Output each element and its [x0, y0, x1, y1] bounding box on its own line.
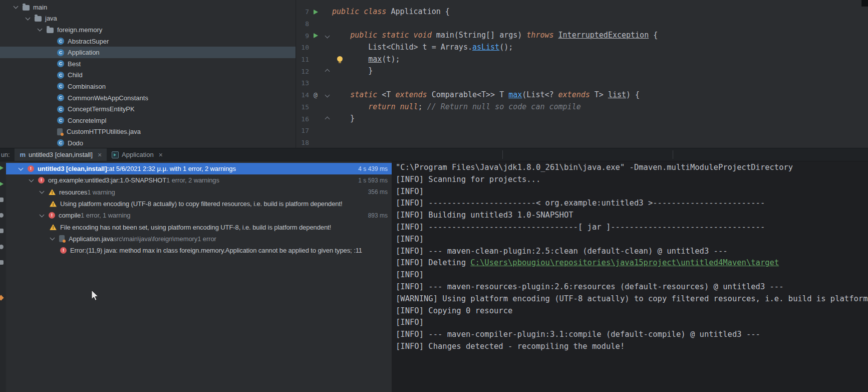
close-tab-icon[interactable]: ×	[159, 151, 163, 159]
console-text: [INFO] Building untitled3 1.0-SNAPSHOT	[396, 211, 573, 220]
code-line: public static void main(String[] args) t…	[330, 30, 658, 42]
run-gutter-icon[interactable]	[314, 33, 318, 38]
quickfix-bulb-icon[interactable]	[337, 56, 343, 63]
tree-item-label: ConceptTermsEntityPK	[68, 105, 135, 113]
close-tab-icon[interactable]: ×	[98, 151, 102, 159]
chevron-down-icon[interactable]	[40, 212, 45, 217]
build-tree-row-4[interactable]: !Using platform encoding (UTF-8 actually…	[6, 198, 392, 210]
layout-icon[interactable]	[0, 260, 4, 265]
code-token: {	[649, 31, 658, 40]
editor-line-11[interactable]: 11 max(t);	[296, 54, 868, 66]
editor-line-10[interactable]: 10 List<Child> t = Arrays.asList();	[296, 42, 868, 54]
run-icon[interactable]	[0, 165, 4, 170]
chevron-down-icon[interactable]	[38, 27, 43, 32]
tree-item-concepttermsentitypk[interactable]: CConceptTermsEntityPK	[0, 103, 296, 115]
build-tree-row-1[interactable]: !untitled3 [clean,install]: at 5/6/2021 …	[6, 163, 392, 174]
code-token: ) {	[626, 90, 640, 99]
editor-line-18[interactable]: 18	[296, 137, 868, 148]
editor-gutter: 10	[296, 42, 330, 54]
tree-item-best[interactable]: CBest	[0, 58, 296, 70]
fold-up-icon[interactable]	[325, 69, 330, 74]
code-token: return null	[368, 102, 418, 111]
line-number: 16	[299, 115, 309, 123]
fold-down-icon[interactable]	[325, 33, 330, 38]
tree-item-child[interactable]: CChild	[0, 70, 296, 81]
editor-panel[interactable]: 7public class Application {89 public sta…	[296, 0, 868, 148]
chevron-down-icon[interactable]	[14, 4, 19, 9]
console-line: [INFO] -----------------------< org.exam…	[396, 198, 868, 210]
fold-up-icon[interactable]	[325, 116, 330, 121]
editor-line-13[interactable]: 13	[296, 77, 868, 89]
line-number: 13	[299, 79, 309, 87]
code-token: }	[332, 66, 373, 75]
line-number: 18	[299, 139, 309, 146]
pin-icon[interactable]	[0, 296, 3, 300]
rerun-icon[interactable]	[0, 181, 4, 186]
chevron-down-icon[interactable]	[40, 189, 45, 194]
build-tree-row-7[interactable]: Application.java src\main\java\foreign\m…	[6, 233, 392, 245]
chevron-down-icon[interactable]	[26, 15, 31, 20]
build-row-text: 1 error	[197, 235, 216, 243]
console-file-link[interactable]: C:\Users\pbougiou\repositories\java15pro…	[470, 258, 779, 267]
code-token: static	[350, 90, 377, 99]
build-tree-row-2[interactable]: !org.example:untitled3:jar:1.0-SNAPSHOT …	[6, 174, 392, 186]
search-icon[interactable]	[0, 213, 4, 218]
console-text: [INFO] -----------------------< org.exam…	[396, 199, 765, 208]
tab-untitled3-clean-install[interactable]: muntitled3 [clean,install]×	[15, 148, 107, 161]
tab-application[interactable]: Application×	[107, 148, 168, 161]
build-console[interactable]: "C:\Program Files\Java\jdk1.8.0_261\bin\…	[392, 161, 868, 392]
console-line: [INFO]	[396, 269, 868, 281]
console-text: [INFO] --- maven-clean-plugin:2.5:clean …	[396, 247, 728, 256]
editor-line-14[interactable]: 14@ static <T extends Comparable<T>> T m…	[296, 89, 868, 101]
tree-item-label: Dodo	[68, 139, 83, 147]
tree-item-concreteimpl[interactable]: CConcreteImpl	[0, 115, 296, 126]
code-token: List<Child> t = Arrays.	[332, 43, 472, 52]
tree-item-abstractsuper[interactable]: CAbstractSuper	[0, 36, 296, 47]
editor-line-8[interactable]: 8	[296, 18, 868, 30]
tree-item-application[interactable]: CApplication	[0, 47, 296, 58]
editor-line-15[interactable]: 15 return null; // Return null so code c…	[296, 101, 868, 113]
chevron-down-icon[interactable]	[29, 177, 34, 182]
code-token	[332, 102, 368, 111]
line-number: 17	[299, 127, 309, 134]
code-token: public class	[332, 7, 386, 16]
code-token: Application {	[386, 7, 449, 16]
run-gutter-icon[interactable]	[314, 10, 318, 15]
tree-item-java[interactable]: java	[0, 13, 296, 25]
build-output-tree[interactable]: !untitled3 [clean,install]: at 5/6/2021 …	[6, 161, 392, 392]
stop-icon[interactable]	[0, 198, 4, 202]
editor-gutter: 13	[296, 77, 330, 89]
history-icon[interactable]	[0, 245, 4, 249]
build-tree-row-3[interactable]: !resources 1 warning356 ms	[6, 186, 392, 198]
class-icon: C	[57, 106, 64, 113]
settings-icon[interactable]	[0, 229, 4, 233]
code-token: ();	[499, 43, 513, 52]
tree-item-customhttputilities-java[interactable]: CustomHTTPUtilities.java	[0, 126, 296, 138]
build-tree-row-5[interactable]: !compile 1 error, 1 warning893 ms	[6, 210, 392, 221]
chevron-down-icon[interactable]	[19, 165, 24, 170]
error-icon: !	[49, 212, 55, 219]
editor-line-16[interactable]: 16 }	[296, 113, 868, 125]
editor-line-7[interactable]: 7public class Application {	[296, 6, 868, 18]
fold-down-icon[interactable]	[325, 93, 330, 98]
tab-label: Application	[122, 151, 154, 158]
tree-item-label: Child	[68, 71, 83, 79]
console-line: [INFO] Deleting C:\Users\pbougiou\reposi…	[396, 257, 868, 269]
tree-item-commonwebappconstants[interactable]: CCommonWebAppConstants	[0, 92, 296, 104]
console-line: [INFO] Building untitled3 1.0-SNAPSHOT	[396, 210, 868, 222]
tree-item-main[interactable]: main	[0, 2, 296, 13]
tree-item-combinaison[interactable]: CCombinaison	[0, 81, 296, 92]
editor-gutter: 17	[296, 125, 330, 137]
chevron-down-icon[interactable]	[50, 236, 55, 241]
project-tree-panel[interactable]: mainjavaforeign.memoryCAbstractSuperCApp…	[0, 0, 296, 148]
build-tree-row-6[interactable]: !File encoding has not been set, using p…	[6, 221, 392, 233]
build-tree-row-8[interactable]: !Error:(11,9) java: method max in class …	[6, 245, 392, 256]
editor-line-17[interactable]: 17	[296, 125, 868, 137]
tree-item-dodo[interactable]: CDodo	[0, 137, 296, 148]
console-line: [INFO]	[396, 234, 868, 246]
tree-item-label: java	[45, 15, 57, 22]
editor-line-12[interactable]: 12 }	[296, 65, 868, 77]
editor-line-9[interactable]: 9 public static void main(String[] args)…	[296, 30, 868, 42]
tree-item-label: AbstractSuper	[68, 38, 109, 45]
tree-item-foreign-memory[interactable]: foreign.memory	[0, 24, 296, 36]
